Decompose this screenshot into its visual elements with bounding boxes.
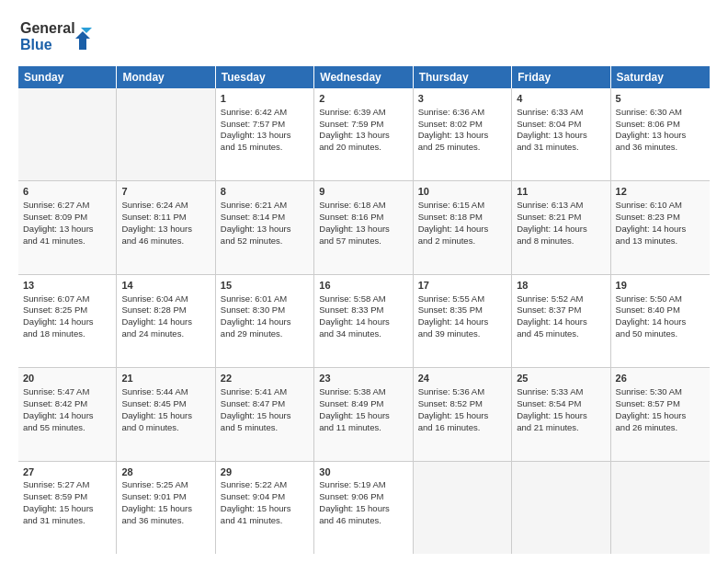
day-info-line: and 16 minutes. bbox=[418, 422, 506, 434]
day-info-line: Daylight: 15 hours bbox=[23, 503, 111, 515]
day-number: 15 bbox=[221, 279, 309, 293]
calendar: SundayMondayTuesdayWednesdayThursdayFrid… bbox=[18, 66, 710, 554]
day-cell-3: 3Sunrise: 6:36 AMSunset: 8:02 PMDaylight… bbox=[414, 88, 512, 180]
logo-icon: General Blue bbox=[18, 15, 101, 55]
day-info-line: Sunset: 8:04 PM bbox=[517, 119, 605, 131]
day-info-line: and 0 minutes. bbox=[121, 422, 210, 434]
day-info-line: Sunrise: 6:04 AM bbox=[121, 293, 210, 305]
day-info-line: Sunrise: 6:18 AM bbox=[319, 200, 407, 212]
day-number: 30 bbox=[319, 465, 407, 479]
header-day-saturday: Saturday bbox=[611, 66, 710, 88]
day-info-line: and 21 minutes. bbox=[517, 422, 605, 434]
day-info-line: Daylight: 13 hours bbox=[121, 224, 210, 236]
calendar-body: 1Sunrise: 6:42 AMSunset: 7:57 PMDaylight… bbox=[18, 88, 710, 554]
day-info-line: and 41 minutes. bbox=[221, 515, 309, 527]
day-info-line: Sunset: 8:02 PM bbox=[418, 119, 506, 131]
calendar-week-4: 20Sunrise: 5:47 AMSunset: 8:42 PMDayligh… bbox=[18, 368, 710, 461]
day-cell-29: 29Sunrise: 5:22 AMSunset: 9:04 PMDayligh… bbox=[216, 462, 314, 554]
day-info-line: Daylight: 14 hours bbox=[121, 316, 210, 328]
day-cell-21: 21Sunrise: 5:44 AMSunset: 8:45 PMDayligh… bbox=[117, 368, 215, 460]
day-info-line: Sunrise: 6:24 AM bbox=[121, 200, 210, 212]
day-info-line: Sunset: 8:59 PM bbox=[23, 491, 111, 503]
day-info-line: Daylight: 14 hours bbox=[221, 316, 309, 328]
day-info-line: Sunrise: 6:10 AM bbox=[616, 200, 705, 212]
day-cell-2: 2Sunrise: 6:39 AMSunset: 7:59 PMDaylight… bbox=[314, 88, 413, 180]
day-info-line: Daylight: 15 hours bbox=[319, 503, 407, 515]
day-info-line: Sunset: 8:30 PM bbox=[221, 304, 309, 316]
day-number: 8 bbox=[221, 185, 309, 199]
day-info-line: Sunset: 8:33 PM bbox=[319, 304, 407, 316]
header-day-tuesday: Tuesday bbox=[216, 66, 314, 88]
day-info-line: Sunset: 8:16 PM bbox=[319, 212, 407, 224]
day-cell-26: 26Sunrise: 5:30 AMSunset: 8:57 PMDayligh… bbox=[611, 368, 710, 460]
day-info-line: and 29 minutes. bbox=[221, 328, 309, 340]
day-info-line: Sunrise: 5:50 AM bbox=[616, 293, 705, 305]
day-number: 12 bbox=[616, 185, 705, 199]
day-info-line: Sunset: 8:14 PM bbox=[221, 212, 309, 224]
day-info-line: Sunrise: 5:22 AM bbox=[221, 479, 309, 491]
day-cell-25: 25Sunrise: 5:33 AMSunset: 8:54 PMDayligh… bbox=[512, 368, 610, 460]
day-cell-5: 5Sunrise: 6:30 AMSunset: 8:06 PMDaylight… bbox=[611, 88, 710, 180]
day-number: 4 bbox=[517, 92, 605, 106]
day-info-line: Daylight: 15 hours bbox=[121, 410, 210, 422]
day-info-line: Daylight: 15 hours bbox=[221, 503, 309, 515]
day-number: 22 bbox=[221, 372, 309, 385]
day-number: 5 bbox=[616, 92, 705, 106]
day-info-line: Sunrise: 5:36 AM bbox=[418, 386, 506, 398]
day-info-line: Sunset: 7:57 PM bbox=[221, 119, 309, 131]
day-info-line: Daylight: 14 hours bbox=[616, 316, 705, 328]
day-info-line: and 46 minutes. bbox=[121, 236, 210, 247]
day-number: 20 bbox=[23, 372, 111, 385]
day-number: 1 bbox=[221, 92, 309, 106]
day-info-line: Sunrise: 5:47 AM bbox=[23, 386, 111, 398]
day-info-line: Sunrise: 6:13 AM bbox=[517, 200, 605, 212]
day-info-line: Sunrise: 6:33 AM bbox=[517, 107, 605, 119]
day-info-line: and 36 minutes. bbox=[616, 142, 705, 154]
day-cell-6: 6Sunrise: 6:27 AMSunset: 8:09 PMDaylight… bbox=[18, 181, 117, 273]
day-info-line: Sunrise: 6:36 AM bbox=[418, 107, 506, 119]
day-number: 23 bbox=[319, 372, 407, 385]
day-info-line: Daylight: 13 hours bbox=[221, 130, 309, 142]
day-info-line: Sunrise: 6:01 AM bbox=[221, 293, 309, 305]
day-info-line: Sunrise: 5:30 AM bbox=[616, 386, 705, 398]
day-info-line: Daylight: 15 hours bbox=[517, 410, 605, 422]
day-info-line: and 13 minutes. bbox=[616, 236, 705, 247]
empty-cell bbox=[18, 88, 117, 180]
empty-cell bbox=[117, 88, 215, 180]
day-info-line: and 46 minutes. bbox=[319, 515, 407, 527]
day-info-line: and 45 minutes. bbox=[517, 328, 605, 340]
day-info-line: Sunset: 8:28 PM bbox=[121, 304, 210, 316]
day-info-line: Sunset: 8:35 PM bbox=[418, 304, 506, 316]
day-info-line: Daylight: 13 hours bbox=[319, 224, 407, 236]
day-info-line: Daylight: 14 hours bbox=[517, 316, 605, 328]
header-day-wednesday: Wednesday bbox=[314, 66, 413, 88]
day-info-line: Sunset: 8:54 PM bbox=[517, 398, 605, 410]
day-info-line: Sunset: 8:52 PM bbox=[418, 398, 506, 410]
day-info-line: Sunset: 9:04 PM bbox=[221, 491, 309, 503]
day-number: 28 bbox=[121, 465, 210, 479]
day-cell-27: 27Sunrise: 5:27 AMSunset: 8:59 PMDayligh… bbox=[18, 462, 117, 554]
day-info-line: Sunset: 8:45 PM bbox=[121, 398, 210, 410]
day-info-line: Sunset: 8:49 PM bbox=[319, 398, 407, 410]
day-info-line: Sunrise: 5:27 AM bbox=[23, 479, 111, 491]
day-cell-17: 17Sunrise: 5:55 AMSunset: 8:35 PMDayligh… bbox=[414, 275, 512, 367]
day-info-line: Sunrise: 5:58 AM bbox=[319, 293, 407, 305]
day-number: 26 bbox=[616, 372, 705, 385]
day-info-line: and 31 minutes. bbox=[517, 142, 605, 154]
svg-text:General: General bbox=[20, 20, 75, 36]
day-info-line: and 52 minutes. bbox=[221, 236, 309, 247]
day-cell-12: 12Sunrise: 6:10 AMSunset: 8:23 PMDayligh… bbox=[611, 181, 710, 273]
day-info-line: Sunrise: 6:21 AM bbox=[221, 200, 309, 212]
day-cell-13: 13Sunrise: 6:07 AMSunset: 8:25 PMDayligh… bbox=[18, 275, 117, 367]
day-info-line: Sunrise: 6:07 AM bbox=[23, 293, 111, 305]
day-info-line: Daylight: 14 hours bbox=[418, 316, 506, 328]
day-number: 13 bbox=[23, 279, 111, 293]
empty-cell bbox=[611, 462, 710, 554]
day-info-line: Daylight: 15 hours bbox=[418, 410, 506, 422]
day-info-line: and 41 minutes. bbox=[23, 236, 111, 247]
day-cell-9: 9Sunrise: 6:18 AMSunset: 8:16 PMDaylight… bbox=[314, 181, 413, 273]
day-info-line: Daylight: 13 hours bbox=[221, 224, 309, 236]
day-number: 14 bbox=[121, 279, 210, 293]
day-info-line: Sunset: 8:40 PM bbox=[616, 304, 705, 316]
day-number: 27 bbox=[23, 465, 111, 479]
